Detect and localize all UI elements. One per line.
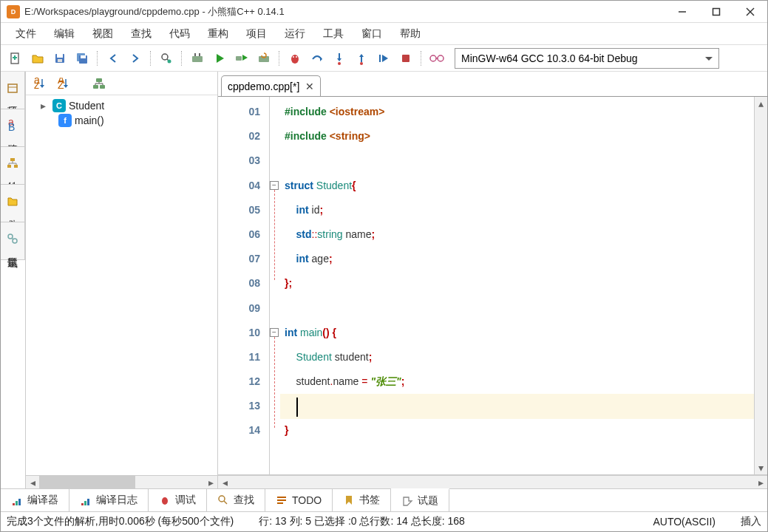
save-button[interactable] (51, 50, 69, 67)
menu-工具[interactable]: 工具 (314, 24, 353, 44)
step-over-button[interactable] (308, 50, 326, 67)
text-caret (296, 398, 298, 417)
fold-toggle[interactable]: − (270, 328, 279, 337)
panel-hscrollbar[interactable]: ◂▸ (26, 475, 217, 488)
maximize-button[interactable] (699, 1, 733, 23)
dock-tab-监视[interactable]: aB监视 (1, 109, 25, 147)
menu-文件[interactable]: 文件 (7, 24, 45, 44)
line-number: 13 (218, 394, 266, 418)
compile-button[interactable] (188, 50, 206, 67)
compile-run-button[interactable] (233, 50, 251, 67)
line-number: 08 (218, 271, 266, 296)
bottom-tab-TODO[interactable]: TODO (265, 489, 333, 511)
open-file-button[interactable] (29, 50, 47, 67)
line-number: 12 (218, 369, 266, 394)
svg-rect-1 (713, 8, 720, 15)
svg-rect-9 (58, 59, 62, 62)
sort-alpha-button[interactable]: az (30, 75, 50, 92)
menu-查找[interactable]: 查找 (122, 24, 160, 44)
tree-item-main()[interactable]: fmain() (26, 113, 217, 128)
stop-button[interactable] (397, 50, 415, 67)
search-button[interactable] (157, 50, 175, 67)
svg-rect-55 (100, 85, 105, 89)
line-number: 02 (218, 124, 266, 149)
svg-point-23 (296, 56, 297, 58)
menu-运行[interactable]: 运行 (276, 24, 314, 44)
forward-button[interactable] (126, 50, 144, 67)
problem-icon (401, 495, 413, 507)
line-number: 10 (218, 321, 266, 345)
back-button[interactable] (104, 50, 122, 67)
svg-rect-19 (236, 56, 242, 61)
dock-tab-结构[interactable]: 结构 (1, 146, 25, 185)
todo-icon (276, 494, 288, 506)
status-position: 行: 13 列: 5 已选择 :0 总行数: 14 总长度: 168 (259, 515, 465, 528)
bottom-tab-编译器[interactable]: 编译器 (1, 489, 69, 511)
bottom-tab-书签[interactable]: 书签 (333, 489, 391, 511)
editor-tabbar: cppdemo.cpp[*] ✕ (218, 72, 767, 97)
fold-toggle[interactable]: − (270, 181, 279, 190)
bottom-tab-label: 编译日志 (96, 494, 137, 507)
svg-rect-33 (8, 84, 17, 92)
structure-tree[interactable]: ▸CStudentfmain() (26, 95, 217, 475)
menu-窗口[interactable]: 窗口 (353, 24, 391, 44)
line-gutter: 0102030405060708091011121314 (218, 97, 270, 474)
bottom-tab-编译日志[interactable]: 编译日志 (69, 489, 149, 511)
debug-button[interactable] (286, 50, 304, 67)
save-all-button[interactable] (73, 50, 91, 67)
svg-text:B: B (8, 121, 15, 132)
dock-tab-icon: aB (7, 120, 18, 132)
line-number: 04 (218, 174, 266, 198)
tab-close-icon[interactable]: ✕ (305, 81, 314, 92)
line-number: 11 (218, 345, 266, 369)
toolbar: MinGW-w64 GCC 10.3.0 64-bit Debug (1, 45, 767, 72)
menu-重构[interactable]: 重构 (199, 24, 237, 44)
menu-项目[interactable]: 项目 (237, 24, 276, 44)
svg-text:z: z (34, 79, 39, 89)
close-button[interactable] (733, 1, 767, 23)
panel-toolbar: az AZ (26, 72, 217, 95)
editor-tab[interactable]: cppdemo.cpp[*] ✕ (221, 75, 321, 96)
svg-rect-53 (96, 78, 102, 82)
bottom-tab-调试[interactable]: 调试 (149, 489, 207, 511)
new-file-button[interactable] (7, 50, 24, 67)
bottom-tab-查找[interactable]: 查找 (207, 489, 265, 511)
editor-vscrollbar[interactable]: ▴▾ (754, 97, 767, 474)
continue-button[interactable] (375, 50, 393, 67)
menu-帮助[interactable]: 帮助 (391, 24, 429, 44)
debug-icon (159, 494, 171, 506)
step-into-button[interactable] (330, 50, 348, 67)
svg-rect-12 (81, 55, 86, 58)
tree-item-Student[interactable]: ▸CStudent (26, 98, 217, 113)
glasses-icon[interactable] (428, 50, 446, 67)
svg-rect-39 (14, 165, 18, 168)
menu-编辑[interactable]: 编辑 (45, 24, 84, 44)
dock-tab-icon (7, 157, 18, 169)
window-buttons (665, 1, 767, 23)
compiler-select[interactable]: MinGW-w64 GCC 10.3.0 64-bit Debug (455, 48, 719, 69)
svg-point-30 (430, 55, 436, 61)
sort-type-button[interactable]: AZ (54, 75, 73, 92)
code-area[interactable]: #include <iostream>#include <string> str… (280, 97, 754, 474)
dock-tab-icon (7, 233, 18, 245)
rebuild-button[interactable] (255, 50, 273, 67)
fold-column[interactable]: −− (270, 97, 280, 474)
dock-tab-项目[interactable]: 项目 (1, 72, 25, 109)
menu-视图[interactable]: 视图 (84, 24, 122, 44)
step-out-button[interactable] (353, 50, 370, 67)
tree-expander[interactable]: ▸ (41, 100, 50, 112)
dock-tab-试题集[interactable]: 试题集 (1, 222, 25, 260)
show-inherited-button[interactable] (89, 75, 109, 92)
svg-rect-38 (7, 165, 11, 168)
editor-hscrollbar[interactable]: ◂▸ (218, 475, 767, 488)
dock-tab-文件[interactable]: 文件 (1, 184, 25, 222)
compile-icon (11, 494, 23, 506)
run-button[interactable] (211, 50, 228, 67)
svg-rect-28 (379, 55, 381, 62)
line-number: 05 (218, 198, 266, 222)
menu-代码[interactable]: 代码 (160, 24, 199, 44)
window-title: E:/Workspaces/playground/cppdemo.cpp - 小… (24, 5, 665, 18)
minimize-button[interactable] (665, 1, 699, 23)
editor[interactable]: 0102030405060708091011121314 −− #include… (218, 97, 767, 475)
bottom-tab-试题[interactable]: 试题 (391, 488, 449, 511)
